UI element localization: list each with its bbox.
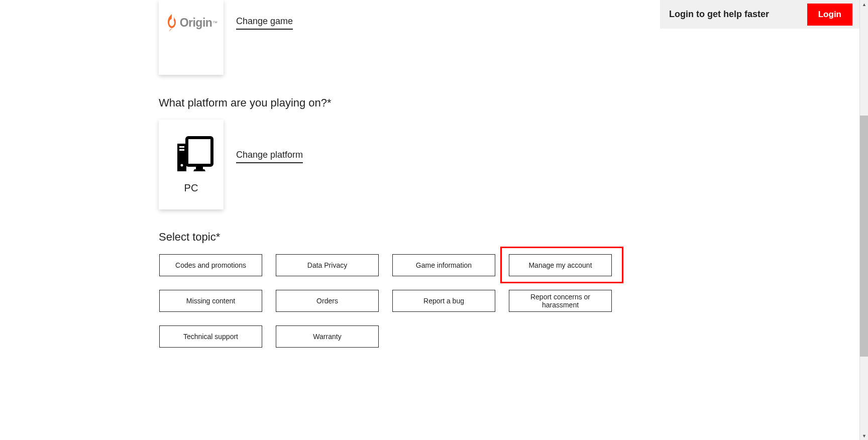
topic-technical-support[interactable]: Technical support [159, 325, 262, 348]
pc-icon [169, 135, 213, 177]
scrollbar-down-button[interactable]: ▼ [860, 431, 868, 440]
topic-missing-content[interactable]: Missing content [159, 290, 262, 312]
svg-rect-2 [196, 165, 203, 169]
svg-rect-5 [179, 149, 184, 151]
change-platform-link[interactable]: Change platform [236, 150, 303, 163]
scrollbar-up-button[interactable]: ▲ [860, 0, 868, 9]
svg-point-6 [180, 164, 183, 167]
origin-logo: Origin ™ [165, 13, 218, 32]
svg-point-0 [169, 19, 174, 26]
topic-data-privacy[interactable]: Data Privacy [276, 254, 379, 276]
origin-brand-text: Origin [180, 16, 212, 30]
topic-heading: Select topic* [159, 231, 220, 244]
origin-tm: ™ [212, 20, 218, 26]
topic-codes-promotions[interactable]: Codes and promotions [159, 254, 262, 276]
login-button[interactable]: Login [807, 4, 852, 26]
svg-rect-3 [177, 144, 186, 171]
origin-flame-icon [165, 13, 179, 32]
game-card[interactable]: Origin ™ [159, 0, 224, 75]
platform-label: PC [184, 182, 198, 194]
topics-grid: Codes and promotions Data Privacy Game i… [159, 254, 612, 348]
topic-report-concerns[interactable]: Report concerns or harassment [509, 290, 612, 312]
topic-manage-account[interactable]: Manage my account [509, 254, 612, 276]
topic-orders[interactable]: Orders [276, 290, 379, 312]
platform-card[interactable]: PC [159, 120, 224, 209]
platform-heading: What platform are you playing on?* [159, 96, 332, 109]
topic-warranty[interactable]: Warranty [276, 325, 379, 348]
topic-report-bug[interactable]: Report a bug [392, 290, 495, 312]
scrollbar-thumb[interactable] [860, 116, 868, 357]
login-bar: Login to get help faster Login [660, 0, 859, 29]
svg-rect-1 [187, 138, 212, 165]
scrollbar[interactable]: ▲ ▼ [859, 0, 868, 440]
change-game-link[interactable]: Change game [236, 16, 293, 30]
svg-rect-4 [179, 146, 184, 148]
topic-game-information[interactable]: Game information [392, 254, 495, 276]
login-bar-text: Login to get help faster [669, 9, 769, 20]
